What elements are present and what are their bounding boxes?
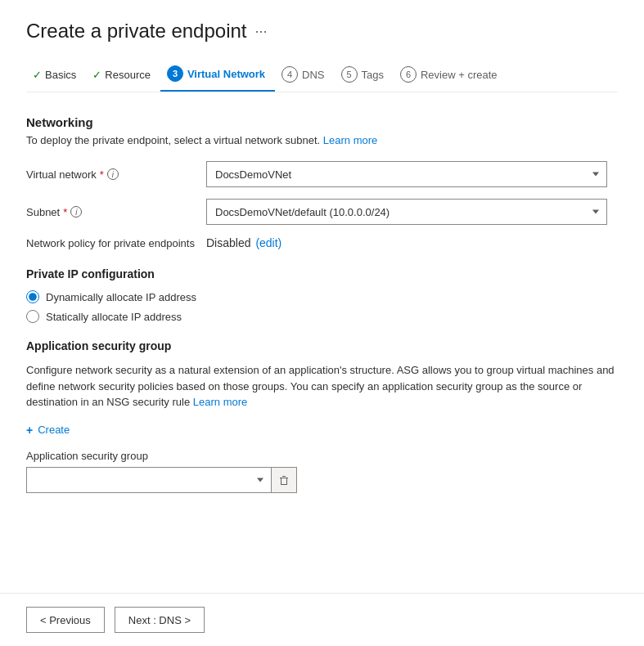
step-resource-label: Resource <box>105 69 151 81</box>
page-title: Create a private endpoint <box>26 20 247 43</box>
previous-button[interactable]: < Previous <box>26 607 105 633</box>
subnet-label: Subnet * i <box>26 206 206 218</box>
asg-learn-more[interactable]: Learn more <box>193 396 247 408</box>
virtual-network-select[interactable]: DocsDemoVNet <box>206 161 607 187</box>
svg-rect-1 <box>282 476 286 477</box>
subnet-select-wrapper: DocsDemoVNet/default (10.0.0.0/24) <box>206 199 607 225</box>
step-basics-label: Basics <box>45 69 76 81</box>
step-num: 3 <box>167 65 183 82</box>
step-num: 5 <box>341 66 358 83</box>
step-dns[interactable]: 4 DNS <box>275 60 334 91</box>
subnet-control: DocsDemoVNet/default (10.0.0.0/24) <box>206 199 618 225</box>
required-marker: * <box>63 206 67 218</box>
asg-create-link[interactable]: + Create <box>26 424 618 437</box>
network-policy-value: Disabled (edit) <box>206 236 281 249</box>
asg-create-label: Create <box>38 424 70 436</box>
step-dns-label: DNS <box>302 69 324 81</box>
step-resource[interactable]: ✓ Resource <box>86 62 160 89</box>
radio-dynamic[interactable]: Dynamically allocate IP address <box>26 290 618 303</box>
subnet-info-icon[interactable]: i <box>70 206 82 218</box>
step-review-create-label: Review + create <box>421 69 498 81</box>
ellipsis-icon[interactable]: ··· <box>255 23 268 40</box>
networking-section: Networking To deploy the private endpoin… <box>26 115 618 249</box>
network-policy-row: Network policy for private endpoints Dis… <box>26 236 618 249</box>
asg-select[interactable] <box>26 467 272 493</box>
svg-rect-3 <box>286 478 287 484</box>
step-virtual-network-label: Virtual Network <box>187 68 265 80</box>
footer: < Previous Next : DNS > <box>0 593 644 646</box>
networking-title: Networking <box>26 115 618 129</box>
required-marker: * <box>100 168 104 181</box>
radio-group: Dynamically allocate IP address Statical… <box>26 290 618 323</box>
check-icon: ✓ <box>33 69 42 81</box>
asg-description: Configure network security as a natural … <box>26 362 618 410</box>
asg-group-label: Application security group <box>26 450 618 462</box>
subnet-select[interactable]: DocsDemoVNet/default (10.0.0.0/24) <box>206 199 607 225</box>
step-virtual-network[interactable]: 3 Virtual Network <box>160 59 275 92</box>
virtual-network-info-icon[interactable]: i <box>107 168 119 180</box>
virtual-network-control: DocsDemoVNet <box>206 161 618 187</box>
step-review-create[interactable]: 6 Review + create <box>394 60 507 91</box>
networking-description: To deploy the private endpoint, select a… <box>26 134 618 146</box>
step-tags-label: Tags <box>362 69 384 81</box>
subnet-row: Subnet * i DocsDemoVNet/default (10.0.0.… <box>26 199 618 225</box>
asg-select-row <box>26 467 618 493</box>
step-num: 6 <box>400 66 417 83</box>
asg-delete-button[interactable] <box>271 467 297 493</box>
virtual-network-select-wrapper: DocsDemoVNet <box>206 161 607 187</box>
network-policy-edit[interactable]: (edit) <box>255 236 281 249</box>
asg-section: Application security group Configure net… <box>26 339 618 493</box>
virtual-network-label: Virtual network * i <box>26 168 206 181</box>
network-policy-label: Network policy for private endpoints <box>26 237 206 249</box>
svg-rect-2 <box>281 478 281 484</box>
step-num: 4 <box>281 66 298 83</box>
asg-title: Application security group <box>26 339 618 352</box>
next-button[interactable]: Next : DNS > <box>115 607 205 633</box>
svg-rect-4 <box>281 484 287 485</box>
private-ip-section: Private IP configuration Dynamically all… <box>26 267 618 323</box>
networking-learn-more[interactable]: Learn more <box>323 134 377 146</box>
step-basics[interactable]: ✓ Basics <box>26 62 86 89</box>
trash-icon <box>279 475 289 485</box>
main-content: Networking To deploy the private endpoin… <box>26 115 618 493</box>
plus-icon: + <box>26 424 33 437</box>
check-icon: ✓ <box>92 69 101 81</box>
svg-rect-0 <box>280 478 288 478</box>
radio-static-label: Statically allocate IP address <box>46 311 182 323</box>
radio-static-input[interactable] <box>26 310 39 323</box>
radio-dynamic-label: Dynamically allocate IP address <box>46 291 196 303</box>
wizard-steps: ✓ Basics ✓ Resource 3 Virtual Network 4 … <box>26 59 618 92</box>
virtual-network-row: Virtual network * i DocsDemoVNet <box>26 161 618 187</box>
radio-static[interactable]: Statically allocate IP address <box>26 310 618 323</box>
asg-select-wrapper <box>26 467 272 493</box>
private-ip-title: Private IP configuration <box>26 267 618 280</box>
step-tags[interactable]: 5 Tags <box>335 60 394 91</box>
radio-dynamic-input[interactable] <box>26 290 39 303</box>
